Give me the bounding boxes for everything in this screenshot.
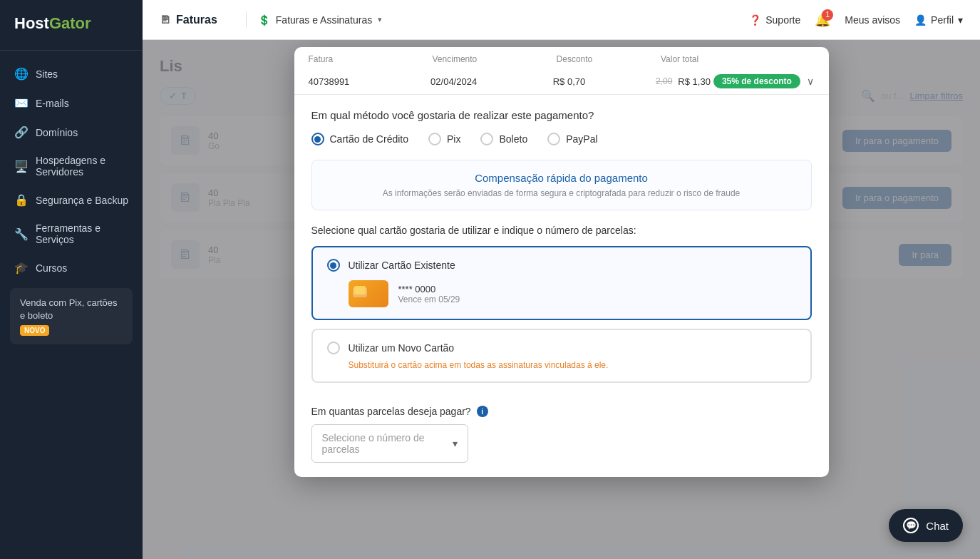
installments-title: Em quantas parcelas deseja pagar? i bbox=[311, 406, 812, 417]
topnav-right: ❓ Suporte 🔔 1 Meus avisos 👤 Perfil ▾ bbox=[749, 12, 963, 28]
page-title: Faturas bbox=[176, 14, 217, 26]
server-icon: 🖥️ bbox=[14, 160, 27, 173]
sidebar-nav: 🌐 Sites ✉️ E-mails 🔗 Domínios 🖥️ Hospeda… bbox=[0, 51, 143, 559]
invoice-id: 40738991 bbox=[309, 76, 425, 87]
invoice-price-group: 2,00 R$ 1,30 35% de desconto bbox=[656, 74, 801, 88]
sidebar-item-pix[interactable]: Venda com Pix, cartões e boleto NOVO bbox=[10, 288, 133, 344]
notices-link[interactable]: Meus avisos bbox=[845, 14, 900, 26]
sidebar-item-courses[interactable]: 🎓 Cursos bbox=[0, 253, 143, 282]
sidebar-item-label: Domínios bbox=[36, 127, 78, 138]
card-expiry: Vence em 05/29 bbox=[398, 294, 460, 304]
sidebar-item-security[interactable]: 🔒 Segurança e Backup bbox=[0, 185, 143, 215]
novo-badge: NOVO bbox=[20, 325, 49, 336]
sidebar-item-label: Sites bbox=[36, 68, 58, 80]
payment-method-section: Em qual método você gostaria de realizar… bbox=[294, 95, 829, 160]
topnav-sep bbox=[246, 11, 247, 29]
globe-icon: 🌐 bbox=[14, 67, 27, 81]
new-card-label: Utilizar um Novo Cartão bbox=[349, 342, 455, 354]
radio-new-card[interactable] bbox=[327, 342, 340, 354]
radio-existing-card[interactable] bbox=[327, 259, 340, 272]
fast-comp-desc: As informações serão enviadas de forma s… bbox=[326, 188, 797, 198]
installments-select[interactable]: Selecione o número de parcelas ▾ bbox=[311, 424, 468, 463]
email-icon: ✉️ bbox=[14, 96, 27, 110]
card-header: Utilizar Cartão Existente bbox=[327, 259, 796, 272]
sidebar-item-label: Hospedagens e Servidores bbox=[36, 155, 128, 178]
card-visual bbox=[349, 280, 388, 307]
invoice-row: 40738991 02/04/2024 R$ 0,70 2,00 R$ 1,30… bbox=[309, 68, 815, 94]
col-valor: Valor total bbox=[661, 54, 809, 64]
invoice-due-date: 02/04/2024 bbox=[430, 76, 547, 87]
link-icon: 🔗 bbox=[14, 125, 27, 139]
radio-credit[interactable] bbox=[311, 133, 324, 145]
page-content: Lis ✓ T 🔍 ou f... Limpar filtros 🖹 40 Go bbox=[143, 40, 980, 559]
sidebar-item-label: Cursos bbox=[36, 262, 67, 274]
sidebar: HostGator 🌐 Sites ✉️ E-mails 🔗 Domínios … bbox=[0, 0, 143, 559]
chip-icon bbox=[354, 286, 366, 294]
boleto-label: Boleto bbox=[499, 133, 527, 145]
card-info: **** 0000 Vence em 05/29 bbox=[398, 284, 460, 304]
fast-compensation-box: Compensação rápida do pagamento As infor… bbox=[311, 160, 812, 210]
chat-label: Chat bbox=[926, 520, 949, 532]
card-option-existing[interactable]: Utilizar Cartão Existente **** 0000 Venc… bbox=[311, 246, 812, 320]
payment-option-credit[interactable]: Cartão de Crédito bbox=[311, 133, 409, 145]
radio-pix[interactable] bbox=[428, 133, 441, 145]
courses-icon: 🎓 bbox=[14, 261, 27, 275]
modal-overlay: Fatura Vencimento Desconto Valor total 4… bbox=[143, 40, 980, 559]
installments-label: Em quantas parcelas deseja pagar? bbox=[311, 406, 471, 417]
fast-comp-title: Compensação rápida do pagamento bbox=[326, 172, 797, 184]
paypal-label: PayPal bbox=[566, 133, 597, 145]
expand-icon[interactable]: ∨ bbox=[807, 76, 814, 87]
payment-option-pix[interactable]: Pix bbox=[428, 133, 460, 145]
card-option-new[interactable]: Utilizar um Novo Cartão Substituirá o ca… bbox=[311, 329, 812, 383]
col-fatura: Fatura bbox=[309, 54, 427, 64]
payment-option-paypal[interactable]: PayPal bbox=[547, 133, 597, 145]
discount-badge: 35% de desconto bbox=[713, 74, 800, 88]
support-link[interactable]: ❓ Suporte bbox=[749, 14, 800, 26]
sidebar-item-emails[interactable]: ✉️ E-mails bbox=[0, 88, 143, 118]
radio-boleto[interactable] bbox=[480, 133, 493, 145]
col-desconto: Desconto bbox=[557, 54, 655, 64]
logo-host: Host bbox=[14, 14, 49, 32]
notifications-bell[interactable]: 🔔 1 bbox=[815, 12, 830, 28]
invoice-table-header: Fatura Vencimento Desconto Valor total bbox=[309, 47, 815, 68]
final-price: R$ 1,30 bbox=[678, 76, 711, 87]
card-number: **** 0000 bbox=[398, 284, 460, 294]
profile-label: Perfil bbox=[931, 14, 954, 26]
chevron-down-icon: ▾ bbox=[378, 15, 382, 24]
payment-methods: Cartão de Crédito Pix Boleto PayPal bbox=[311, 133, 812, 145]
new-card-header: Utilizar um Novo Cartão bbox=[327, 342, 796, 354]
pix-label: Pix bbox=[447, 133, 460, 145]
profile-menu[interactable]: 👤 Perfil ▾ bbox=[914, 14, 963, 26]
page-title-section: 🖹 Faturas bbox=[160, 14, 217, 26]
new-card-warning: Substituirá o cartão acima em todas as a… bbox=[349, 360, 796, 370]
sidebar-item-label: Ferramentas e Serviços bbox=[36, 222, 128, 245]
profile-icon: 👤 bbox=[914, 14, 927, 26]
support-icon: ❓ bbox=[749, 14, 761, 26]
installments-placeholder: Selecione o número de parcelas bbox=[322, 432, 453, 455]
sidebar-item-sites[interactable]: 🌐 Sites bbox=[0, 59, 143, 88]
payment-option-boleto[interactable]: Boleto bbox=[480, 133, 527, 145]
payment-question: Em qual método você gostaria de realizar… bbox=[311, 109, 812, 121]
radio-paypal[interactable] bbox=[547, 133, 560, 145]
sidebar-item-tools[interactable]: 🔧 Ferramentas e Serviços bbox=[0, 215, 143, 253]
chat-icon: 💬 bbox=[903, 518, 919, 533]
chat-button[interactable]: 💬 Chat bbox=[889, 509, 963, 542]
invoice-table: Fatura Vencimento Desconto Valor total 4… bbox=[294, 47, 829, 95]
col-vencimento: Vencimento bbox=[433, 54, 551, 64]
topnav-section[interactable]: 💲 Faturas e Assinaturas ▾ bbox=[258, 14, 382, 26]
credit-label: Cartão de Crédito bbox=[330, 133, 409, 145]
sidebar-item-hosting[interactable]: 🖥️ Hospedagens e Servidores bbox=[0, 147, 143, 185]
invoice-discount: R$ 0,70 bbox=[553, 76, 650, 87]
bell-badge: 1 bbox=[822, 9, 833, 21]
notices-label: Meus avisos bbox=[845, 14, 900, 26]
logo: HostGator bbox=[0, 0, 143, 51]
sidebar-item-domains[interactable]: 🔗 Domínios bbox=[0, 118, 143, 147]
existing-card-label: Utilizar Cartão Existente bbox=[349, 260, 455, 271]
tools-icon: 🔧 bbox=[14, 227, 27, 241]
pix-label: Venda com Pix, cartões e boleto bbox=[20, 297, 123, 322]
installments-section: Em quantas parcelas deseja pagar? i Sele… bbox=[294, 406, 829, 477]
payment-modal: Fatura Vencimento Desconto Valor total 4… bbox=[294, 47, 829, 477]
select-arrow-icon: ▾ bbox=[453, 438, 458, 449]
support-label: Suporte bbox=[765, 14, 800, 26]
sidebar-item-label: Segurança e Backup bbox=[36, 195, 128, 206]
